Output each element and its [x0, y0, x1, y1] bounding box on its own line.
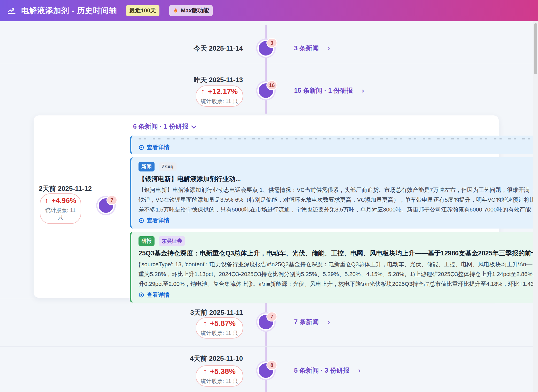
timeline: 今天 2025-11-14 3 3 条新闻 › 昨天 2025-11-13 ↑+…: [0, 21, 538, 392]
eye-icon: [139, 218, 144, 223]
date-range-badge: 最近100天: [126, 5, 160, 16]
timeline-node[interactable]: 8: [257, 362, 274, 379]
news-count-badge: 3: [266, 38, 277, 48]
type-badge-report: 研报: [139, 236, 155, 246]
entry-date-label: 2天前 2025-11-12: [39, 184, 84, 193]
expanded-day-card: 6 条新闻 · 1 份研报 2天前 2025-11-12 ↑+4.96% 统计股…: [34, 115, 499, 298]
entry-date-label: 昨天 2025-11-13: [165, 75, 243, 84]
entry-date-label: 4天前 2025-11-10: [165, 354, 243, 363]
timeline-node[interactable]: 3: [257, 40, 274, 57]
change-stat-pill: ↑+4.96% 统计股票: 11 只: [40, 193, 81, 224]
up-arrow-icon: ↑: [201, 87, 205, 96]
stocks-count-label: 统计股票: 11 只: [196, 330, 243, 337]
view-details-link[interactable]: 查看详情: [139, 144, 538, 151]
view-details-link[interactable]: 查看详情: [139, 217, 538, 224]
stocks-count-label: 统计股票: 11 只: [196, 98, 243, 105]
change-stat-pill: ↑+5.87% 统计股票: 11 只: [196, 317, 243, 339]
trending-up-chart-icon: [7, 6, 17, 15]
up-arrow-icon: ↑: [203, 367, 207, 375]
chevron-right-icon: ›: [358, 366, 360, 375]
scrollbar-track[interactable]: [533, 21, 538, 392]
change-stat-pill: ↑+5.38% 统计股票: 11 只: [196, 365, 243, 387]
news-count-badge: 16: [266, 80, 277, 90]
eye-icon: [139, 292, 144, 298]
news-card-clipped: 查看详情: [130, 136, 538, 154]
scrollbar-thumb[interactable]: [534, 23, 537, 74]
type-badge-news: 新闻: [139, 162, 155, 171]
up-arrow-icon: ↑: [45, 197, 48, 205]
change-percent: +5.87%: [210, 319, 236, 327]
news-count-badge: 8: [266, 360, 277, 370]
stocks-count-label: 统计股票: 11 只: [40, 207, 81, 221]
change-percent: +4.96%: [51, 197, 76, 205]
change-percent: +12.17%: [208, 87, 238, 96]
max-feature-badge: Max版功能: [169, 5, 213, 16]
report-body: {'sourceType': 13, 'content': '电力设备行业深度报…: [139, 260, 538, 289]
chevron-right-icon: ›: [328, 318, 330, 326]
change-percent: +5.38%: [210, 367, 236, 375]
report-title: 25Q3基金持仓深度：电新重仓Q3总体上升，电动车、光伏、储能、工控、电网、风电…: [139, 249, 538, 257]
timeline-entry-2025-11-10: 4天前 2025-11-10 ↑+5.38% 统计股票: 11 只 8 5 条新…: [0, 346, 538, 392]
entry-date-label: 今天 2025-11-14: [165, 44, 243, 53]
report-card: 研报 东吴证券 25Q3基金持仓深度：电新重仓Q3总体上升，电动车、光伏、储能、…: [130, 232, 538, 303]
source-badge: Zsxq: [159, 162, 176, 171]
fire-icon: [173, 8, 178, 13]
source-badge: 东吴证券: [159, 236, 185, 246]
timeline-node[interactable]: 7: [257, 313, 274, 331]
chevron-down-icon: [191, 123, 196, 128]
news-count-badge: 7: [266, 312, 277, 322]
stocks-count-label: 统计股票: 11 只: [196, 378, 243, 385]
timeline-entry-2025-11-12: 6 条新闻 · 1 份研报 2天前 2025-11-12 ↑+4.96% 统计股…: [0, 114, 538, 299]
expanded-summary-toggle[interactable]: 6 条新闻 · 1 份研报: [133, 122, 196, 131]
page-header: 电解液添加剂 - 历史时间轴 最近100天 Max版功能: [0, 0, 538, 21]
entry-summary-link[interactable]: 5 条新闻 · 3 份研报 ›: [294, 366, 360, 375]
clipped-text-fragment: [139, 138, 538, 139]
page-title: 电解液添加剂 - 历史时间轴: [21, 5, 117, 16]
timeline-entry-2025-11-14: 今天 2025-11-14 3 3 条新闻 ›: [0, 22, 538, 64]
entry-summary-link[interactable]: 7 条新闻 ›: [294, 318, 330, 326]
eye-icon: [139, 145, 144, 150]
entry-summary-link[interactable]: 15 条新闻 · 1 份研报 ›: [294, 86, 364, 95]
change-stat-pill: ↑+12.17% 统计股票: 11 只: [196, 85, 243, 107]
timeline-entry-2025-11-11: 3天前 2025-11-11 ↑+5.87% 统计股票: 11 只 7 7 条新…: [0, 299, 538, 346]
news-title: 【银河电新】电解液添加剂行业动...: [139, 175, 538, 183]
news-card: 新闻 Zsxq 【银河电新】电解液添加剂行业动... 【银河电新】电解液添加剂行…: [130, 157, 538, 229]
timeline-entry-2025-11-13: 昨天 2025-11-13 ↑+12.17% 统计股票: 11 只 16 15 …: [0, 64, 538, 114]
timeline-node[interactable]: 16: [257, 82, 274, 99]
timeline-node[interactable]: 7: [97, 197, 114, 214]
view-details-link[interactable]: 查看详情: [139, 291, 538, 299]
chevron-right-icon: ›: [328, 44, 330, 52]
chevron-right-icon: ›: [362, 87, 364, 95]
entry-summary-link[interactable]: 3 条新闻 ›: [294, 44, 330, 52]
up-arrow-icon: ↑: [203, 319, 207, 327]
news-count-badge: 7: [106, 195, 117, 205]
news-card-list: 查看详情 新闻 Zsxq 【银河电新】电解液添加剂行业动... 【银河电新】电解…: [130, 136, 538, 303]
entry-date-label: 3天前 2025-11-11: [165, 308, 243, 317]
news-body: 【银河电新】电解液添加剂行业动态电话会要点 1、供需情况：VC当前供需很紧，头部…: [139, 185, 538, 215]
